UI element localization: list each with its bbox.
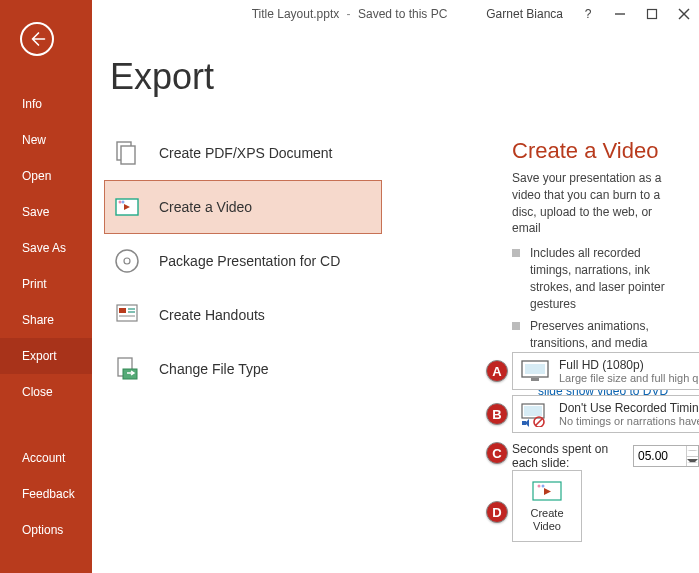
- pdf-icon: [113, 139, 141, 167]
- svg-rect-5: [121, 146, 135, 164]
- sidebar-item-export[interactable]: Export: [0, 338, 92, 374]
- monitor-icon: [519, 357, 551, 385]
- panel-description: Save your presentation as a video that y…: [512, 170, 679, 237]
- sidebar-item-options[interactable]: Options: [0, 512, 92, 548]
- sidebar-item-close[interactable]: Close: [0, 374, 92, 410]
- sidebar-item-info[interactable]: Info: [0, 86, 92, 122]
- spinner-down[interactable]: [687, 457, 698, 467]
- sidebar-item-share[interactable]: Share: [0, 302, 92, 338]
- bullet-item: Preserves animations, transitions, and m…: [512, 318, 679, 352]
- timings-dropdown[interactable]: Don't Use Recorded Timings an... No timi…: [512, 395, 699, 433]
- export-option-label: Change File Type: [159, 361, 268, 377]
- quality-subtitle: Large file size and full high quali...: [559, 372, 699, 384]
- svg-rect-18: [123, 369, 137, 379]
- handouts-icon: [113, 301, 141, 329]
- callout-b: B: [486, 403, 508, 425]
- sidebar-item-account[interactable]: Account: [0, 440, 92, 476]
- svg-point-10: [116, 250, 138, 272]
- back-button[interactable]: [20, 22, 54, 56]
- create-video-label: Create Video: [530, 507, 563, 533]
- bullet-icon: [512, 322, 520, 330]
- callout-a: A: [486, 360, 508, 382]
- quality-title: Full HD (1080p): [559, 358, 699, 372]
- callout-d: D: [486, 501, 508, 523]
- svg-rect-24: [522, 421, 526, 425]
- sidebar-list: Info New Open Save Save As Print Share E…: [0, 86, 92, 548]
- panel-title: Create a Video: [512, 138, 679, 164]
- seconds-row: Seconds spent on each slide:: [512, 442, 699, 470]
- no-narration-icon: [519, 400, 551, 428]
- create-video-button[interactable]: Create Video: [512, 470, 582, 542]
- export-option-handouts[interactable]: Create Handouts: [104, 288, 382, 342]
- sidebar-item-save[interactable]: Save: [0, 194, 92, 230]
- seconds-spinner[interactable]: [633, 445, 699, 467]
- bullet-item: Includes all recorded timings, narration…: [512, 245, 679, 312]
- callout-c: C: [486, 442, 508, 464]
- svg-point-9: [122, 201, 125, 204]
- sidebar-item-print[interactable]: Print: [0, 266, 92, 302]
- timings-subtitle: No timings or narrations have b...: [559, 415, 699, 427]
- export-option-video[interactable]: Create a Video: [104, 180, 382, 234]
- video-icon: [113, 193, 141, 221]
- filetype-icon: [113, 355, 141, 383]
- sidebar-item-saveas[interactable]: Save As: [0, 230, 92, 266]
- export-option-label: Create Handouts: [159, 307, 265, 323]
- export-option-filetype[interactable]: Change File Type: [104, 342, 382, 396]
- svg-rect-21: [531, 378, 539, 381]
- export-option-label: Package Presentation for CD: [159, 253, 340, 269]
- svg-line-26: [536, 419, 543, 426]
- svg-rect-13: [119, 308, 126, 313]
- svg-rect-20: [525, 364, 545, 374]
- export-options-list: Create PDF/XPS Document Create a Video P…: [104, 126, 382, 396]
- spinner-up[interactable]: [687, 446, 698, 457]
- seconds-label: Seconds spent on each slide:: [512, 442, 623, 470]
- svg-point-29: [538, 484, 541, 487]
- sidebar-item-open[interactable]: Open: [0, 158, 92, 194]
- svg-point-8: [119, 201, 122, 204]
- export-option-cd[interactable]: Package Presentation for CD: [104, 234, 382, 288]
- export-option-label: Create PDF/XPS Document: [159, 145, 333, 161]
- sidebar-item-new[interactable]: New: [0, 122, 92, 158]
- sidebar-item-feedback[interactable]: Feedback: [0, 476, 92, 512]
- quality-dropdown[interactable]: Full HD (1080p) Large file size and full…: [512, 352, 699, 390]
- cd-icon: [113, 247, 141, 275]
- create-video-icon: [531, 479, 563, 503]
- arrow-left-icon: [28, 30, 46, 48]
- main-area: Export Create PDF/XPS Document Create a …: [92, 0, 699, 573]
- export-option-pdf[interactable]: Create PDF/XPS Document: [104, 126, 382, 180]
- export-option-label: Create a Video: [159, 199, 252, 215]
- backstage-sidebar: Info New Open Save Save As Print Share E…: [0, 0, 92, 573]
- page-title: Export: [110, 56, 699, 98]
- bullet-icon: [512, 249, 520, 257]
- seconds-input[interactable]: [634, 446, 686, 466]
- svg-point-30: [542, 484, 545, 487]
- timings-title: Don't Use Recorded Timings an...: [559, 401, 699, 415]
- svg-point-11: [124, 258, 130, 264]
- svg-rect-23: [524, 406, 542, 416]
